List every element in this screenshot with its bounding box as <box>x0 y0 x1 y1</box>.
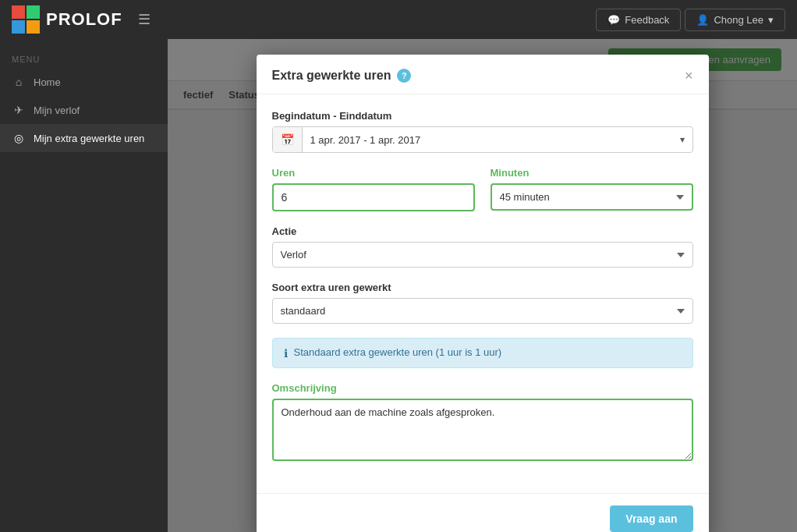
modal-title-text: Extra gewerkte uren <box>272 69 391 83</box>
modal-close-button[interactable]: × <box>685 69 693 83</box>
app-layout: MENU ⌂ Home ✈ Mijn verlof ◎ Mijn extra g… <box>0 39 797 532</box>
sidebar-item-mijn-verlof[interactable]: ✈ Mijn verlof <box>0 96 168 124</box>
date-picker[interactable]: 📅 1 apr. 2017 - 1 apr. 2017 ▾ <box>272 126 693 153</box>
info-box: ℹ Standaard extra gewerkte uren (1 uur i… <box>272 338 693 368</box>
user-menu-button[interactable]: 👤 Chong Lee ▾ <box>685 9 785 31</box>
info-text: Standaard extra gewerkte uren (1 uur is … <box>294 346 502 358</box>
submit-button[interactable]: Vraag aan <box>610 505 693 532</box>
modal-header: Extra gewerkte uren ? × <box>257 55 709 94</box>
modal-body: Begindatum - Einddatum 📅 1 apr. 2017 - 1… <box>257 94 709 493</box>
svg-rect-2 <box>12 20 25 34</box>
svg-rect-3 <box>27 20 40 34</box>
minuten-group: Minuten 0 minuten 15 minuten 30 minuten … <box>491 167 693 211</box>
chevron-down-icon: ▾ <box>768 14 774 26</box>
top-navigation: PROLOF ☰ 💬 Feedback 👤 Chong Lee ▾ <box>0 0 797 39</box>
uren-group: Uren <box>272 167 475 211</box>
omschrijving-group: Omschrijving Onderhoud aan de machine zo… <box>272 382 693 463</box>
sidebar-item-label: Mijn extra gewerkte uren <box>34 133 144 144</box>
actie-group: Actie Verlof Uitbetalen Sparen <box>272 225 693 268</box>
modal-footer: Vraag aan <box>257 493 709 532</box>
uren-label: Uren <box>272 167 475 179</box>
omschrijving-textarea[interactable]: Onderhoud aan de machine zoals afgesprok… <box>272 399 693 461</box>
sidebar: MENU ⌂ Home ✈ Mijn verlof ◎ Mijn extra g… <box>0 39 168 532</box>
logo-icon <box>12 5 40 34</box>
soort-select[interactable]: standaard avond weekend feestdag <box>272 298 693 324</box>
soort-group: Soort extra uren gewerkt standaard avond… <box>272 282 693 324</box>
info-icon: ℹ <box>284 347 288 360</box>
logo: PROLOF <box>12 5 122 34</box>
date-dropdown-icon: ▾ <box>672 128 693 151</box>
feedback-label: Feedback <box>625 14 669 26</box>
feedback-button[interactable]: 💬 Feedback <box>596 9 681 31</box>
modal-overlay: Extra gewerkte uren ? × Begindatum - Ein… <box>168 39 797 532</box>
minuten-select[interactable]: 0 minuten 15 minuten 30 minuten 45 minut… <box>491 183 693 211</box>
actie-select[interactable]: Verlof Uitbetalen Sparen <box>272 242 693 268</box>
sidebar-menu-label: MENU <box>0 47 168 68</box>
actie-label: Actie <box>272 225 693 237</box>
sidebar-item-label: Home <box>34 76 61 88</box>
date-field-label: Begindatum - Einddatum <box>272 110 693 122</box>
sidebar-item-extra-uren[interactable]: ◎ Mijn extra gewerkte uren <box>0 124 168 152</box>
date-field-group: Begindatum - Einddatum 📅 1 apr. 2017 - 1… <box>272 110 693 153</box>
soort-label: Soort extra uren gewerkt <box>272 282 693 293</box>
logo-text: PROLOF <box>46 9 122 30</box>
hamburger-icon[interactable]: ☰ <box>134 7 154 32</box>
uren-minuten-row: Uren Minuten 0 minuten 15 minuten 30 min… <box>272 167 693 211</box>
omschrijving-label: Omschrijving <box>272 382 693 394</box>
uren-input[interactable] <box>272 183 475 211</box>
minuten-label: Minuten <box>491 167 693 179</box>
svg-rect-0 <box>12 5 25 19</box>
help-icon[interactable]: ? <box>397 69 411 83</box>
svg-rect-1 <box>27 5 40 19</box>
home-icon: ⌂ <box>12 76 26 88</box>
sidebar-item-home[interactable]: ⌂ Home <box>0 68 168 96</box>
sidebar-item-label: Mijn verlof <box>34 105 80 116</box>
verlof-icon: ✈ <box>12 104 26 116</box>
topnav-left: PROLOF ☰ <box>12 5 154 34</box>
feedback-icon: 💬 <box>607 14 620 26</box>
calendar-icon: 📅 <box>273 127 303 152</box>
user-label: Chong Lee <box>714 14 763 26</box>
extra-uren-icon: ◎ <box>12 132 26 144</box>
modal-dialog: Extra gewerkte uren ? × Begindatum - Ein… <box>257 55 709 532</box>
topnav-right: 💬 Feedback 👤 Chong Lee ▾ <box>596 9 785 31</box>
modal-title: Extra gewerkte uren ? <box>272 69 412 83</box>
user-icon: 👤 <box>696 14 709 26</box>
date-value-display: 1 apr. 2017 - 1 apr. 2017 <box>303 128 672 152</box>
main-content: + Extra gewerkte uren aanvragen fectief … <box>168 39 797 532</box>
